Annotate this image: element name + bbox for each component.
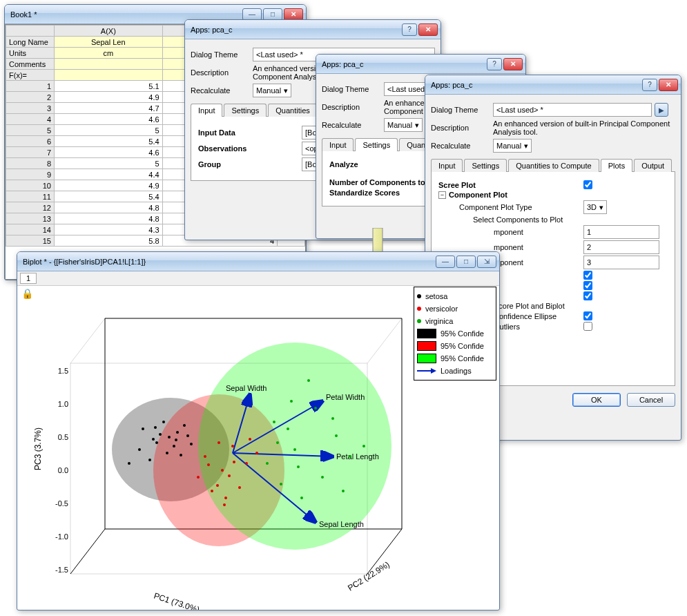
dlg1-titlebar[interactable]: Apps: pca_c ? ✕ [185,20,441,39]
outliers-checkbox[interactable] [583,322,592,331]
extra-check-1[interactable] [583,271,592,280]
fx-label: F(x)= [6,70,55,81]
svg-point-25 [175,439,177,441]
score-label: Score Plot and Biplot [494,302,583,310]
svg-point-31 [224,497,227,499]
tab-quantities[interactable]: Quantities [268,104,318,117]
layer-tab[interactable]: 1 [20,273,37,284]
svg-point-58 [362,445,365,447]
description-label: Description [191,68,253,77]
extra-check-2[interactable] [583,281,592,290]
svg-point-16 [148,459,151,461]
tab-settings[interactable]: Settings [355,138,398,151]
tab-quantities[interactable]: Quantities to Compute [508,159,599,172]
maximize-button[interactable]: □ [263,8,282,21]
scree-checkbox[interactable] [583,180,592,189]
longname-a[interactable]: Sepal Len [55,37,163,48]
units-a[interactable]: cm [55,48,163,59]
tree-toggle-icon[interactable]: − [438,191,446,199]
cpt-combo[interactable]: 3D▾ [583,200,607,214]
svg-point-17 [173,445,175,447]
recalc-label: Recalculate [431,142,493,150]
tab-input[interactable]: Input [431,159,463,172]
svg-point-43 [293,448,296,451]
legend[interactable]: setosa versicolor virginica 95% Confide … [414,287,496,381]
comments-a[interactable] [55,59,163,70]
tab-input[interactable]: Input [191,104,222,117]
svg-point-27 [221,469,224,472]
vector-label-sepal-width: Sepal Width [226,384,267,392]
outliers-label: Outliers [494,323,583,331]
recalc-label: Recalculate [322,121,384,129]
recalc-combo[interactable]: Manual▾ [493,139,532,153]
fx-a[interactable] [55,70,163,81]
col-header-a[interactable]: A(X) [55,26,163,37]
tab-input[interactable]: Input [322,138,354,151]
comp1-field[interactable] [583,225,659,239]
comp3-label: mponent [494,258,583,267]
pc3-tick: 0.0 [58,466,68,474]
scree-label: Scree Plot [438,181,476,189]
svg-point-45 [280,483,282,485]
legend-setosa: setosa [425,292,447,300]
svg-point-36 [207,463,210,466]
svg-point-29 [211,490,213,492]
tab-settings[interactable]: Settings [464,159,507,172]
close-button[interactable]: ✕ [659,79,678,91]
close-button[interactable]: ✕ [503,58,523,70]
extra-check-3[interactable] [583,291,592,300]
restore-button[interactable]: ⇲ [477,256,496,268]
svg-point-19 [159,433,162,436]
dialog-theme-input[interactable] [493,103,652,117]
svg-point-35 [238,486,241,489]
maximize-button[interactable]: □ [456,256,476,268]
svg-point-13 [166,452,168,454]
longname-label: Long Name [6,37,55,48]
recalc-combo[interactable]: Manual▾ [253,84,291,97]
dlg3-title: Apps: pca_c [431,81,473,89]
conf-checkbox[interactable] [583,311,592,320]
ncomp-label: Number of Components to [329,178,425,186]
svg-point-22 [168,436,171,439]
tab-plots[interactable]: Plots [601,159,632,172]
vector-label-petal-width: Petal Width [326,393,365,401]
minimize-button[interactable]: — [242,8,262,21]
svg-point-12 [176,431,179,434]
svg-point-48 [266,462,269,465]
theme-more-button[interactable]: ▶ [655,103,668,117]
legend-conf3: 95% Confide [441,354,484,363]
description-label: Description [322,103,384,111]
cpt-label: Component Plot Type [459,203,583,211]
svg-point-21 [180,454,182,456]
chevron-down-icon: ▾ [599,203,603,212]
svg-point-50 [290,400,293,403]
help-button[interactable]: ? [402,23,417,36]
biplot-window: Biplot * - {[Fisher'sIrisD]PCA1!L[1:1]} … [17,251,500,610]
svg-point-28 [231,445,234,447]
comp1-label: mponent [494,228,583,236]
svg-point-51 [321,476,324,479]
comp3-field[interactable] [583,256,659,269]
help-button[interactable]: ? [487,58,502,70]
dlg2-titlebar[interactable]: Apps: pca_c ? ✕ [316,55,525,74]
dlg3-titlebar[interactable]: Apps: pca_c ? ✕ [425,75,681,95]
cancel-button[interactable]: Cancel [627,393,675,407]
chevron-down-icon: ▾ [415,121,419,130]
close-button[interactable]: ✕ [418,23,438,36]
tab-output[interactable]: Output [634,159,672,172]
legend-conf2: 95% Confide [441,342,484,350]
biplot-titlebar[interactable]: Biplot * - {[Fisher'sIrisD]PCA1!L[1:1]} … [17,252,499,271]
svg-point-33 [255,452,258,454]
minimize-button[interactable]: — [436,256,455,268]
group-label: Group [198,160,302,169]
comp2-field[interactable] [583,240,659,254]
std-label: Standardize Scores [329,189,433,197]
close-button[interactable]: ✕ [284,8,303,21]
ok-button[interactable]: OK [572,393,621,407]
svg-point-15 [186,434,189,437]
tab-settings[interactable]: Settings [224,104,267,117]
help-button[interactable]: ? [642,79,657,91]
svg-point-40 [233,461,235,463]
description-text: An enhanced version of built-in Principa… [493,119,675,136]
recalc-combo[interactable]: Manual▾ [384,118,423,132]
